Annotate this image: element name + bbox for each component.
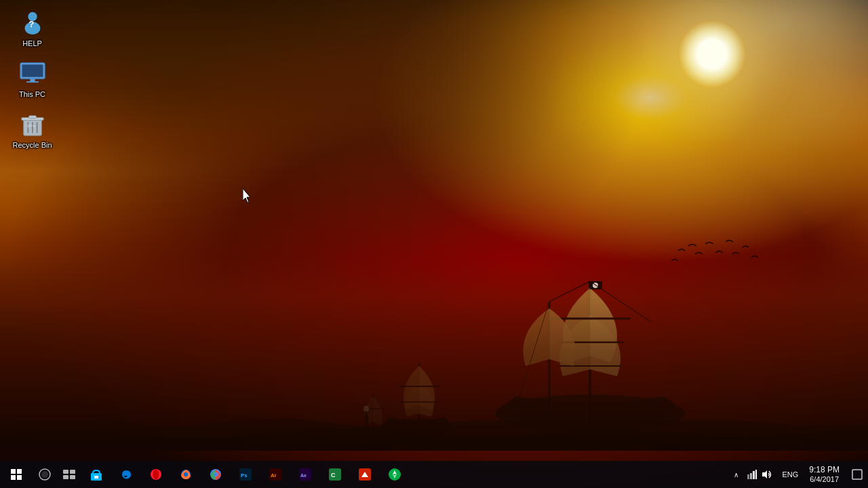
- svg-rect-41: [70, 475, 75, 479]
- taskbar-app-opera[interactable]: [141, 461, 171, 488]
- svg-text:C: C: [331, 472, 336, 479]
- svg-line-23: [549, 281, 590, 302]
- store-icon: [90, 468, 103, 481]
- show-hidden-tray-label: ∧: [734, 471, 738, 479]
- illustrator-icon: Ai: [269, 468, 282, 481]
- notifications-icon: [852, 469, 863, 480]
- help-icon: ?: [19, 9, 46, 37]
- svg-rect-38: [63, 470, 68, 474]
- desktop-icon-this-pc[interactable]: This PC: [7, 58, 58, 102]
- start-button[interactable]: [0, 461, 33, 488]
- svg-rect-6: [26, 81, 38, 83]
- svg-rect-13: [28, 116, 36, 119]
- desktop-icon-recycle-bin[interactable]: Recycle Bin: [7, 108, 58, 152]
- opera-icon: [149, 468, 163, 481]
- svg-rect-33: [364, 417, 368, 437]
- windows-logo-icon: [11, 469, 22, 480]
- taskbar-app-aftereffects[interactable]: Ae: [290, 461, 320, 488]
- language-button[interactable]: ENG: [778, 461, 802, 488]
- notifications-button[interactable]: [846, 461, 868, 488]
- system-tray: ∧: [731, 461, 868, 488]
- svg-point-60: [389, 468, 401, 481]
- svg-point-37: [41, 471, 48, 478]
- svg-point-30: [353, 426, 391, 437]
- ships-decoration: [0, 214, 868, 451]
- clock-time: 9:18 PM: [809, 465, 840, 474]
- this-pc-icon: [19, 60, 46, 87]
- svg-marker-65: [762, 470, 767, 479]
- chrome-icon: [209, 468, 222, 481]
- task-view-button[interactable]: [57, 461, 81, 488]
- svg-text:Ai: Ai: [271, 472, 276, 479]
- svg-point-47: [184, 472, 188, 476]
- edge-icon: [119, 468, 133, 481]
- taskbar-app-10[interactable]: [350, 461, 380, 488]
- svg-rect-66: [852, 470, 862, 479]
- svg-line-24: [590, 281, 651, 322]
- taskbar-app-photoshop[interactable]: Ps: [231, 461, 260, 488]
- svg-marker-14: [243, 188, 250, 203]
- firefox-icon: [179, 468, 193, 481]
- app11-icon: [388, 468, 401, 481]
- taskbar-app-9[interactable]: C: [320, 461, 350, 488]
- svg-rect-40: [63, 475, 68, 479]
- taskbar-app-illustrator[interactable]: Ai: [260, 461, 290, 488]
- desktop[interactable]: ? HELP This PC: [0, 0, 868, 488]
- svg-text:Ps: Ps: [241, 472, 248, 479]
- svg-rect-43: [94, 476, 98, 479]
- recycle-bin-icon: [19, 111, 46, 138]
- svg-marker-34: [364, 409, 368, 417]
- cortana-search-button[interactable]: [33, 461, 57, 488]
- taskbar-app-11[interactable]: [380, 461, 410, 488]
- clock-area[interactable]: 9:18 PM 6/4/2017: [802, 461, 846, 488]
- svg-point-45: [153, 470, 159, 479]
- svg-rect-62: [750, 473, 752, 479]
- this-pc-icon-label: This PC: [19, 90, 45, 99]
- svg-point-15: [495, 394, 685, 432]
- help-icon-label: HELP: [22, 39, 42, 48]
- show-hidden-tray-button[interactable]: ∧: [731, 461, 741, 488]
- svg-rect-5: [30, 79, 35, 81]
- svg-rect-21: [590, 281, 602, 289]
- taskbar: Ps Ai Ae C: [0, 461, 868, 488]
- language-label: ENG: [782, 470, 798, 479]
- aftereffects-icon: Ae: [298, 468, 312, 481]
- taskbar-app-edge[interactable]: [111, 461, 141, 488]
- svg-point-35: [363, 406, 369, 411]
- app9-icon: C: [328, 468, 342, 481]
- svg-point-26: [380, 419, 454, 435]
- desktop-icon-help[interactable]: ? HELP: [7, 7, 58, 51]
- svg-rect-63: [753, 471, 755, 479]
- svg-text:Ae: Ae: [300, 473, 307, 478]
- taskbar-app-store[interactable]: [81, 461, 111, 488]
- svg-rect-7: [22, 65, 43, 77]
- svg-rect-61: [747, 474, 749, 479]
- search-circle-icon: [39, 468, 51, 481]
- recycle-bin-icon-label: Recycle Bin: [12, 141, 52, 150]
- tray-volume-icon[interactable]: [760, 461, 774, 488]
- svg-point-22: [593, 283, 598, 288]
- task-view-icon: [63, 470, 75, 479]
- clock-date: 6/4/2017: [810, 475, 839, 484]
- app10-icon: [358, 468, 372, 481]
- svg-rect-39: [70, 470, 75, 474]
- svg-rect-64: [755, 470, 757, 479]
- svg-text:?: ?: [28, 19, 34, 29]
- desktop-icons-area: ? HELP This PC: [7, 7, 58, 153]
- photoshop-icon: Ps: [239, 468, 252, 481]
- taskbar-app-firefox[interactable]: [171, 461, 201, 488]
- taskbar-app-chrome[interactable]: [201, 461, 231, 488]
- tray-network-icon[interactable]: [745, 461, 759, 488]
- mouse-cursor: [243, 188, 251, 202]
- svg-line-25: [515, 302, 549, 410]
- moon-decoration: [678, 20, 746, 88]
- svg-point-50: [214, 472, 218, 476]
- tray-icons-area: [741, 461, 778, 488]
